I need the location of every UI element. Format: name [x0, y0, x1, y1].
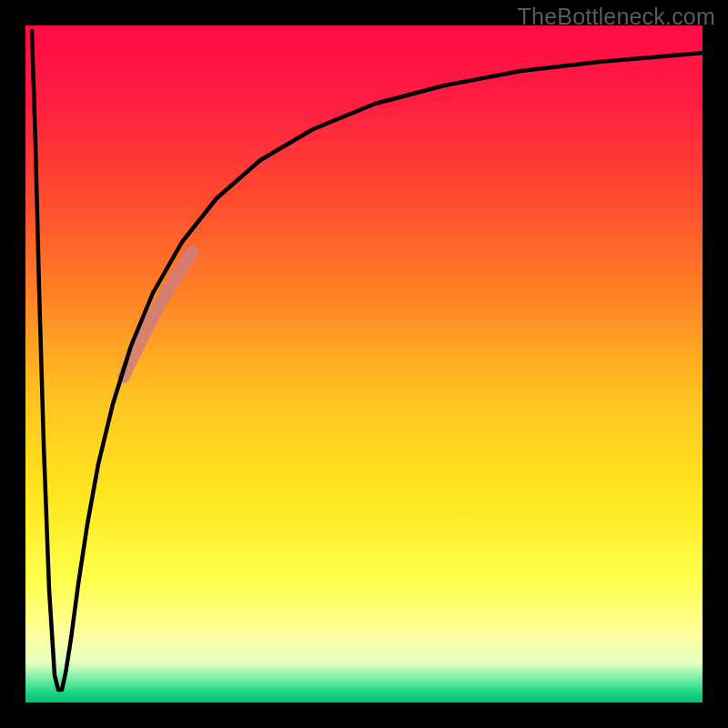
watermark-text: TheBottleneck.com: [518, 4, 715, 30]
chart-plot-area: [25, 25, 703, 703]
chart-svg: [25, 25, 703, 703]
